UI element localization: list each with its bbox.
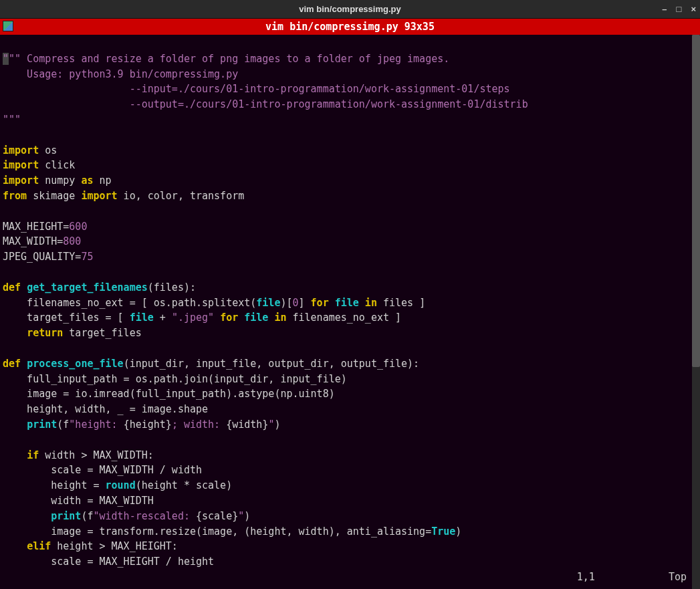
- code-token: (input_dir, input_file, output_dir, outp…: [124, 358, 420, 370]
- code-token: MAX_WIDTH=: [3, 235, 63, 247]
- code-line: "" Compress and resize a folder of png i…: [9, 53, 449, 65]
- code-token: "width-rescaled:: [93, 510, 196, 522]
- code-token: print: [27, 419, 57, 431]
- code-token: )[: [280, 297, 292, 309]
- code-token: file: [130, 312, 154, 324]
- code-token: [3, 419, 27, 431]
- code-line: width = MAX_WIDTH: [3, 495, 154, 507]
- maximize-button[interactable]: □: [677, 3, 682, 16]
- code-token: (f: [81, 510, 93, 522]
- code-token: "height:: [69, 419, 123, 431]
- code-token: True: [431, 525, 455, 538]
- code-line: scale = MAX_WIDTH / width: [3, 464, 202, 476]
- code-token: skimage: [27, 190, 81, 202]
- code-line: """: [3, 114, 21, 126]
- code-token: from: [3, 190, 27, 202]
- code-token: 75: [81, 251, 93, 263]
- scroll-position: Top: [669, 570, 687, 585]
- vim-statusline: 1,1 Top: [577, 570, 687, 585]
- code-token: elif: [27, 540, 51, 552]
- cursor: ": [3, 53, 9, 65]
- code-line: full_input_path = os.path.join(input_dir…: [3, 373, 347, 385]
- scrollbar-thumb[interactable]: [692, 35, 700, 367]
- code-token: os: [39, 144, 57, 156]
- code-token: height > MAX_HEIGHT:: [51, 540, 178, 552]
- editor-viewport[interactable]: """ Compress and resize a folder of png …: [0, 35, 700, 589]
- code-line: --input=./cours/01-intro-programmation/w…: [3, 83, 510, 95]
- code-token: [3, 540, 27, 552]
- code-token: import: [3, 159, 39, 171]
- code-token: file: [256, 297, 280, 309]
- code-token: round: [106, 479, 136, 491]
- code-token: return: [27, 327, 63, 339]
- code-token: [3, 327, 27, 339]
- tab-label: vim bin/compressimg.py 93x35: [265, 19, 435, 35]
- code-token: image = transform.resize(image, (height,…: [3, 525, 431, 538]
- code-token: ): [455, 525, 461, 538]
- code-token: width > MAX_WIDTH:: [39, 449, 154, 461]
- code-token: ".jpeg": [172, 312, 214, 324]
- code-token: ; width:: [172, 419, 226, 431]
- code-token: ]: [299, 297, 311, 309]
- code-token: def: [3, 358, 27, 370]
- app-icon: [3, 21, 13, 31]
- code-token: io, color, transform: [118, 190, 245, 202]
- code-token: import: [3, 144, 39, 156]
- code-token: import: [3, 174, 39, 187]
- code-token: if: [27, 449, 39, 461]
- code-token: def: [3, 281, 27, 293]
- code-token: file: [244, 312, 274, 324]
- code-token: click: [39, 159, 75, 171]
- code-token: filenames_no_ext ]: [286, 312, 401, 324]
- code-token: [3, 449, 27, 461]
- code-line: Usage: python3.9 bin/compressimg.py: [3, 68, 238, 80]
- code-token: 600: [69, 221, 87, 233]
- vim-tabline: vim bin/compressimg.py 93x35: [0, 19, 700, 35]
- scrollbar[interactable]: [692, 35, 700, 589]
- code-line: image = io.imread(full_input_path).astyp…: [3, 388, 335, 400]
- window-title: vim bin/compressimg.py: [299, 3, 400, 16]
- cursor-position: 1,1: [577, 570, 595, 585]
- code-token: in: [274, 312, 286, 324]
- code-token: (files):: [148, 281, 196, 293]
- minimize-button[interactable]: –: [662, 3, 667, 16]
- code-token: height =: [3, 479, 106, 491]
- code-token: as: [81, 174, 93, 187]
- code-token: MAX_HEIGHT=: [3, 221, 69, 233]
- code-token: import: [81, 190, 117, 202]
- code-token: 0: [292, 297, 298, 309]
- code-token: (height * scale): [136, 479, 233, 491]
- code-token: files ]: [377, 297, 425, 309]
- code-token: ): [274, 419, 280, 431]
- code-token: get_target_filenames: [27, 281, 148, 293]
- code-token: for: [311, 297, 335, 309]
- code-token: ): [244, 510, 250, 522]
- code-token: +: [154, 312, 172, 324]
- code-token: for: [220, 312, 244, 324]
- code-token: {width}: [226, 419, 268, 431]
- code-token: np: [93, 174, 111, 187]
- code-token: target_files = [: [3, 312, 130, 324]
- code-token: target_files: [63, 327, 141, 339]
- code-token: [214, 312, 220, 324]
- code-token: file: [335, 297, 365, 309]
- code-token: process_one_file: [27, 358, 124, 370]
- code-line: scale = MAX_HEIGHT / height: [3, 556, 214, 568]
- code-token: {height}: [124, 419, 172, 431]
- code-token: 800: [63, 235, 81, 247]
- code-line: --output=./cours/01-intro-programmation/…: [3, 98, 528, 110]
- code-token: numpy: [39, 174, 81, 187]
- code-token: in: [365, 297, 377, 309]
- code-token: [3, 510, 51, 522]
- code-token: print: [51, 510, 81, 522]
- window-titlebar: vim bin/compressimg.py – □ ×: [0, 0, 700, 19]
- close-button[interactable]: ×: [691, 3, 696, 16]
- code-token: (f: [57, 419, 69, 431]
- code-token: {scale}: [196, 510, 238, 522]
- code-token: filenames_no_ext = [ os.path.splitext(: [3, 297, 256, 309]
- code-line: height, width, _ = image.shape: [3, 403, 208, 415]
- window-controls: – □ ×: [662, 3, 696, 16]
- code-token: ": [238, 510, 244, 522]
- code-token: JPEG_QUALITY=: [3, 251, 81, 263]
